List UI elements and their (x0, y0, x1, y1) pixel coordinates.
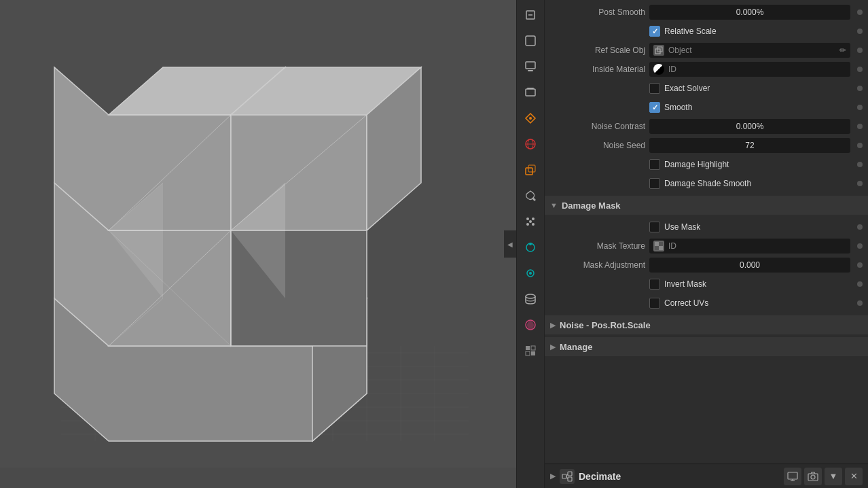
object-icon-small (653, 45, 664, 56)
view-layer-icon[interactable] (518, 80, 543, 105)
noise-seed-dot (857, 143, 863, 148)
3d-viewport[interactable]: ◀ (0, 0, 516, 488)
world-icon[interactable] (518, 132, 543, 156)
bottom-title: Decimate (579, 471, 780, 482)
inside-material-label: Inside Material (550, 65, 645, 74)
edit-icon: ✏ (839, 46, 846, 55)
bottom-expand-arrow[interactable]: ▶ (550, 472, 556, 481)
damage-mask-arrow: ▼ (550, 201, 558, 209)
invert-mask-dot (857, 281, 863, 287)
post-smooth-dot (857, 10, 863, 15)
damage-shade-smooth-row: Damage Shade Smooth (545, 174, 868, 193)
noise-section-title: Noise - Pos.Rot.Scale (560, 320, 651, 330)
bottom-actions: ▼ ✕ (784, 468, 863, 485)
invert-mask-checkbox[interactable] (649, 279, 660, 290)
relative-scale-label: Relative Scale (664, 27, 717, 36)
svg-rect-57 (528, 165, 535, 172)
mask-texture-value: ID (668, 241, 676, 251)
damage-shade-smooth-label: Damage Shade Smooth (664, 179, 751, 188)
inside-material-dot (857, 67, 863, 72)
post-smooth-value[interactable]: 0.000% (649, 5, 850, 20)
smooth-row: Smooth (545, 98, 868, 117)
svg-rect-51 (527, 88, 534, 89)
exact-solver-checkbox[interactable] (649, 83, 660, 94)
monitor-icon-btn[interactable] (784, 468, 801, 485)
damage-highlight-row: Damage Highlight (545, 155, 868, 174)
invert-mask-label: Invert Mask (664, 279, 706, 289)
data-icon[interactable] (518, 287, 543, 311)
manage-section[interactable]: ▶ Manage (545, 337, 868, 356)
use-mask-row: Use Mask (545, 217, 868, 237)
smooth-checkbox[interactable] (649, 102, 660, 113)
relative-scale-checkbox[interactable] (649, 26, 660, 37)
correct-uvs-dot (857, 300, 863, 306)
ref-scale-placeholder: Object (668, 46, 692, 55)
mask-texture-field[interactable]: ID (649, 239, 850, 254)
relative-scale-dot (857, 29, 863, 34)
particles-icon[interactable] (518, 209, 543, 234)
checker-icon[interactable] (518, 338, 543, 363)
noise-contrast-label: Noise Contrast (550, 122, 645, 131)
correct-uvs-checkbox[interactable] (649, 298, 660, 309)
post-smooth-label: Post Smooth (550, 7, 645, 17)
svg-rect-77 (659, 242, 663, 246)
svg-rect-80 (568, 472, 572, 476)
svg-rect-70 (531, 346, 535, 350)
damage-shade-smooth-dot (857, 181, 863, 186)
svg-rect-75 (655, 242, 659, 246)
damage-shade-smooth-checkbox[interactable] (649, 178, 660, 189)
svg-rect-72 (531, 351, 535, 355)
correct-uvs-row: Correct UVs (545, 294, 868, 313)
viewport-toggle[interactable]: ◀ (504, 230, 516, 258)
mask-adjustment-dot (857, 262, 863, 268)
ref-scale-obj-field[interactable]: Object ✏ (649, 43, 850, 58)
svg-point-52 (529, 117, 532, 120)
physics-icon[interactable] (518, 235, 543, 260)
material-sphere-icon (653, 64, 664, 75)
manage-arrow: ▶ (550, 343, 556, 351)
exact-solver-dot (857, 86, 863, 91)
output-icon[interactable] (518, 54, 543, 79)
svg-rect-71 (526, 351, 530, 355)
svg-rect-78 (655, 246, 659, 250)
noise-contrast-value[interactable]: 0.000% (649, 119, 850, 134)
use-mask-checkbox[interactable] (649, 222, 660, 232)
mask-adjustment-value[interactable]: 0.000 (649, 258, 850, 273)
close-btn[interactable]: ✕ (845, 468, 863, 485)
damage-highlight-checkbox[interactable] (649, 159, 660, 170)
exact-solver-label: Exact Solver (664, 84, 710, 93)
svg-rect-56 (526, 168, 532, 175)
tools-icon[interactable] (518, 3, 543, 27)
svg-rect-69 (526, 346, 530, 350)
svg-point-60 (526, 223, 529, 226)
use-mask-label: Use Mask (664, 222, 700, 232)
svg-point-88 (811, 475, 815, 479)
noise-pos-rot-scale-section[interactable]: ▶ Noise - Pos.Rot.Scale (545, 315, 868, 334)
damage-highlight-dot (857, 162, 863, 167)
ref-scale-obj-label: Ref Scale Obj (550, 46, 645, 55)
object-icon[interactable] (518, 158, 543, 182)
svg-rect-76 (659, 246, 663, 250)
noise-seed-value[interactable]: 72 (649, 138, 850, 153)
object-data-icon[interactable] (518, 29, 543, 53)
post-smooth-row: Post Smooth 0.000% (545, 3, 868, 22)
svg-rect-81 (568, 477, 572, 481)
mask-texture-row: Mask Texture ID (545, 237, 868, 256)
scene-icon[interactable] (518, 106, 543, 130)
ref-scale-dot (857, 48, 863, 53)
smooth-dot (857, 105, 863, 110)
mask-adjustment-label: Mask Adjustment (550, 260, 645, 270)
bottom-bar: ▶ Decimate ▼ ✕ (545, 464, 868, 488)
inside-material-field[interactable]: ID (649, 62, 850, 77)
mask-texture-label: Mask Texture (550, 241, 645, 251)
svg-point-66 (529, 272, 532, 275)
material-icon[interactable] (518, 313, 543, 337)
chevron-down-btn[interactable]: ▼ (825, 468, 842, 485)
modifier-icon[interactable] (518, 184, 543, 208)
svg-point-67 (526, 294, 535, 298)
svg-rect-48 (526, 62, 535, 69)
damage-mask-section[interactable]: ▼ Damage Mask (545, 196, 868, 215)
constraints-icon[interactable] (518, 261, 543, 285)
camera-icon-btn[interactable] (804, 468, 822, 485)
svg-point-61 (532, 223, 535, 226)
